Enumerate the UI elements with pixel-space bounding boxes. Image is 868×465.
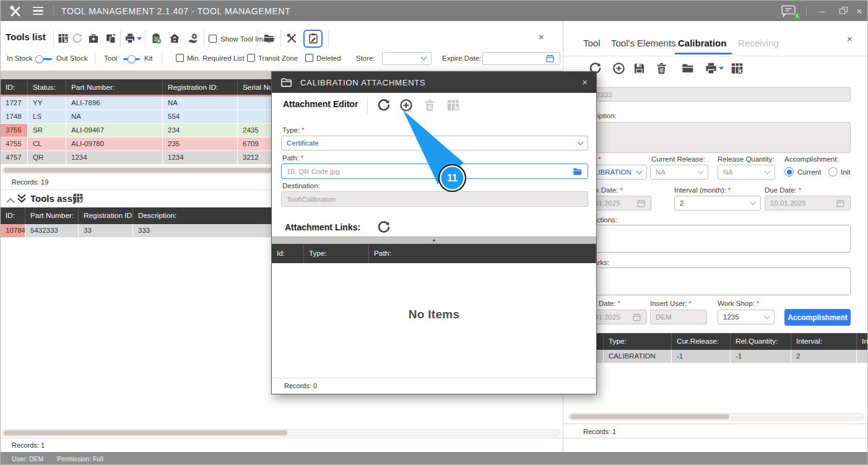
attachment-links-label: Attachment Links: <box>285 222 360 232</box>
insert-user-input: DEM <box>650 310 707 324</box>
warehouse-icon[interactable] <box>169 33 180 44</box>
refresh-links-icon[interactable] <box>377 220 391 234</box>
collapse-chevron-icon[interactable] <box>6 195 15 202</box>
print-icon[interactable] <box>124 33 136 44</box>
toolbox-add-icon[interactable] <box>88 33 99 44</box>
close-dialog-icon[interactable]: × <box>582 78 588 87</box>
restore-button[interactable] <box>831 4 850 19</box>
min-required-checkbox[interactable] <box>176 54 184 62</box>
col-header-rel-quantity[interactable]: Rel.Quantity: <box>731 333 791 350</box>
attachment-path-input[interactable]: 10. QR Code.jpg <box>281 163 588 179</box>
col-header-id[interactable]: Id: <box>272 244 304 263</box>
scrollbar-thumb[interactable] <box>4 430 287 435</box>
tab-calibration[interactable]: Calibration <box>678 38 726 48</box>
col-header-path[interactable]: Path: <box>369 244 596 263</box>
tools-assy-hscrollbar[interactable] <box>2 429 560 437</box>
clipboard-import-icon[interactable] <box>150 33 162 44</box>
delete-icon[interactable] <box>655 62 668 75</box>
instructions-textarea[interactable] <box>579 225 851 253</box>
attachments-records-count: Records: 0 <box>284 382 317 389</box>
col-header-status[interactable]: Status: <box>28 79 66 95</box>
copy-icon[interactable] <box>105 33 116 44</box>
clipboard-edit-icon[interactable] <box>308 33 319 44</box>
export-grid-icon[interactable] <box>446 98 460 112</box>
chevron-down-icon <box>578 139 584 145</box>
col-header-id[interactable]: ID: <box>1 79 28 95</box>
refresh-icon[interactable] <box>72 33 83 44</box>
scrollbar-thumb[interactable] <box>570 414 729 419</box>
radio-current-label: Current <box>797 168 821 176</box>
table-row[interactable]: CALIBRATION -1 -1 2 <box>579 350 868 363</box>
cell-id: 3755 <box>1 124 28 137</box>
export-grid-icon[interactable] <box>731 62 744 75</box>
cell-id: 4757 <box>1 151 28 165</box>
attachment-type-select[interactable]: Certificate <box>281 136 588 150</box>
browse-folder-icon[interactable] <box>573 167 583 176</box>
work-shop-select[interactable]: 1235 <box>718 310 775 324</box>
transit-zone-checkbox[interactable] <box>247 54 255 62</box>
print-dropdown-caret-icon[interactable] <box>719 67 724 70</box>
export-grid-icon[interactable] <box>72 193 84 204</box>
close-tools-list-icon[interactable]: × <box>539 33 544 41</box>
dialog-titlebar[interactable]: CALIBRATION ATTACHMENTS × <box>272 72 596 93</box>
folder-icon[interactable] <box>681 62 694 75</box>
col-header-insert[interactable]: Insert <box>857 333 868 350</box>
close-window-button[interactable]: × <box>850 4 868 19</box>
cell-part: ALI-09467 <box>66 124 163 137</box>
tab-receiving[interactable]: Receiving <box>738 38 779 48</box>
tool-kit-toggle[interactable] <box>123 55 140 64</box>
col-header-interval[interactable]: Interval: <box>791 333 857 350</box>
hand-gear-icon[interactable] <box>188 33 199 44</box>
calendar-icon[interactable] <box>545 54 555 63</box>
radio-current[interactable] <box>784 167 794 176</box>
splitter-handle[interactable]: ▼ <box>272 237 596 244</box>
stock-toggle[interactable] <box>35 55 52 64</box>
cell-reg: NA <box>163 97 238 110</box>
col-header-part[interactable]: Part Number: <box>25 207 79 224</box>
release-quantity-select[interactable]: NA <box>718 165 775 180</box>
col-header-reg[interactable]: Registration ID: <box>163 79 238 95</box>
calibration-hscrollbar[interactable] <box>568 413 864 420</box>
tools-icon[interactable] <box>286 33 297 44</box>
attachment-editor-title: Attachment Editor <box>283 99 358 109</box>
col-header-id[interactable]: ID: <box>1 207 25 224</box>
menu-icon[interactable] <box>33 7 43 15</box>
expand-double-chevron-icon[interactable] <box>17 193 27 204</box>
delete-icon[interactable] <box>423 98 436 112</box>
current-release-select[interactable]: NA <box>650 165 708 180</box>
store-label: Store: <box>356 54 375 62</box>
radio-init-label: Init <box>841 168 850 176</box>
remarks-textarea[interactable] <box>579 267 851 295</box>
deleted-checkbox[interactable] <box>305 54 313 62</box>
print-icon[interactable] <box>705 62 718 75</box>
save-icon[interactable] <box>633 62 646 75</box>
col-header-reg[interactable]: Registration ID: <box>79 207 133 224</box>
col-header-type[interactable]: Type: <box>304 244 369 263</box>
current-release-label: Current Release: <box>651 155 705 163</box>
print-dropdown-caret-icon[interactable] <box>137 37 142 40</box>
notification-icon[interactable]: 1 <box>781 5 797 17</box>
expire-date-input[interactable] <box>482 52 560 65</box>
add-icon[interactable] <box>612 62 625 75</box>
show-tool-image-checkbox[interactable] <box>209 35 217 43</box>
cell-reg: 33 <box>79 224 133 238</box>
app-window: TOOL MANAGEMENT 2.1.407 - TOOL MANAGEMEN… <box>0 0 868 465</box>
close-detail-panel-icon[interactable]: × <box>847 35 853 43</box>
tab-tools-elements[interactable]: Tool's Elements <box>611 38 676 48</box>
app-logo-tools-icon <box>9 5 22 17</box>
export-grid-icon[interactable] <box>58 33 69 44</box>
store-select[interactable] <box>382 52 432 65</box>
add-attachment-icon[interactable] <box>399 98 413 112</box>
col-header-part[interactable]: Part Number: <box>66 79 163 95</box>
col-header-type[interactable]: Type: <box>604 333 672 350</box>
interval-select[interactable]: 2 <box>674 196 761 211</box>
folder-icon[interactable] <box>263 33 274 44</box>
minimize-button[interactable]: – <box>813 4 831 19</box>
radio-init[interactable] <box>828 167 838 176</box>
titlebar-separator <box>53 6 54 17</box>
tab-tool[interactable]: Tool <box>583 38 601 48</box>
col-header-cur-release[interactable]: Cur.Release: <box>672 333 731 350</box>
chevron-down-icon <box>421 54 427 61</box>
refresh-icon[interactable] <box>377 98 391 112</box>
accomplishment-button[interactable]: Accomplishment <box>784 309 851 326</box>
